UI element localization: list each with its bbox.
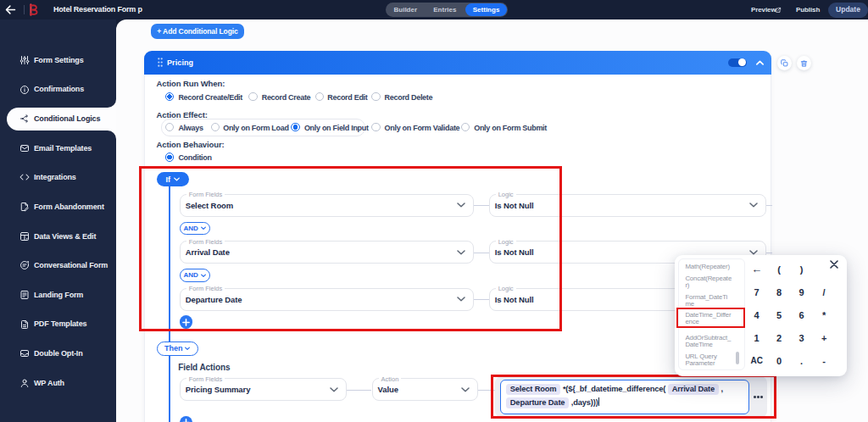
formula-text: *(${_bf_datetime_difference(: [560, 385, 667, 393]
function-item[interactable]: URL Query Parameter: [685, 353, 716, 366]
function-item[interactable]: AddOrSubtract_ DateTime: [685, 335, 731, 347]
radio-only-on-form-validate[interactable]: [371, 123, 381, 132]
radio-record-delete[interactable]: [371, 92, 381, 102]
sidebar-item-form-abandonment[interactable]: Form Abandonment: [0, 192, 116, 222]
sidebar-item-form-settings[interactable]: Form Settings: [0, 46, 116, 75]
radio-label[interactable]: Record Edit: [327, 93, 367, 102]
and-pill[interactable]: AND: [180, 269, 210, 282]
collapse-chevron-icon[interactable]: [756, 60, 764, 65]
sidebar-item-email-templates[interactable]: Email Templates: [0, 134, 116, 164]
key-7[interactable]: 7: [745, 280, 768, 303]
key-close-paren[interactable]: ): [790, 258, 813, 280]
radio-label[interactable]: Only on Form Validate: [385, 124, 460, 132]
radio-label[interactable]: Only on Form Submit: [474, 124, 547, 132]
chat-bubble-icon: [19, 260, 30, 270]
key-dot[interactable]: .: [790, 349, 813, 372]
key-8[interactable]: 8: [768, 280, 791, 303]
radio-label[interactable]: Only on Form Load: [223, 124, 288, 132]
delete-logic-button[interactable]: [797, 56, 811, 70]
sidebar-item-confirmations[interactable]: Confirmations: [0, 75, 116, 104]
key-9[interactable]: 9: [790, 280, 813, 303]
key-multiply[interactable]: *: [813, 303, 836, 326]
sidebar-item-label: Email Templates: [34, 134, 92, 164]
formula-line-2: Departure Date ,days))): [506, 396, 744, 410]
duplicate-logic-button[interactable]: [777, 56, 792, 70]
drag-handle-icon[interactable]: [158, 58, 163, 67]
scrollbar-thumb[interactable]: [736, 352, 739, 364]
condition-logic-dropdown[interactable]: Logic Is Not Null: [489, 194, 767, 217]
action-type-dropdown[interactable]: Action Value: [372, 378, 479, 401]
if-pill[interactable]: If: [157, 172, 189, 186]
radio-label[interactable]: Record Create/Edit: [178, 93, 242, 102]
sidebar-item-label: Data Views & Edit: [34, 222, 96, 252]
key-divide[interactable]: /: [813, 280, 836, 303]
value-formula-input[interactable]: Select Room *(${_bf_datetime_difference(…: [500, 380, 750, 415]
logic-enabled-toggle[interactable]: [728, 58, 747, 68]
key-clear[interactable]: AC: [745, 349, 768, 372]
radio-label[interactable]: Always: [178, 124, 203, 132]
publish-link[interactable]: Publish: [796, 0, 820, 19]
function-item-datetime-difference[interactable]: DateTime_Differ ence: [685, 312, 731, 325]
function-item[interactable]: Concat(Repeate r): [685, 275, 732, 288]
and-pill[interactable]: AND: [180, 222, 210, 236]
row-connector: [474, 299, 489, 300]
radio-condition[interactable]: [165, 153, 175, 162]
key-2[interactable]: 2: [768, 326, 791, 349]
radio-label[interactable]: Record Delete: [385, 93, 433, 102]
action-field-dropdown[interactable]: Form Fields Pricing Summary: [180, 378, 348, 401]
key-0[interactable]: 0: [768, 349, 791, 372]
if-pill-label: If: [165, 175, 170, 184]
top-bar: Hotel Reservation Form p Builder Entries…: [0, 0, 868, 19]
key-open-paren[interactable]: (: [768, 258, 791, 280]
radio-label[interactable]: Only on Field Input: [304, 124, 369, 132]
sidebar-item-wp-auth[interactable]: WP Auth: [0, 369, 116, 398]
builder-tabs: Builder Entries Settings: [386, 3, 508, 18]
radio-label[interactable]: Condition: [178, 153, 211, 162]
radio-record-create[interactable]: [248, 92, 258, 102]
sidebar-item-landing-form[interactable]: Landing Form: [0, 280, 116, 310]
key-backspace[interactable]: ←: [745, 258, 768, 280]
sidebar-item-pdf-templates[interactable]: PDF Templates: [0, 309, 116, 339]
key-1[interactable]: 1: [745, 326, 768, 349]
sidebar-item-label: Confirmations: [34, 75, 84, 104]
key-5[interactable]: 5: [768, 303, 791, 326]
envelope-icon: [19, 143, 30, 153]
more-options-button[interactable]: [748, 391, 770, 403]
sidebar-item-label: Form Settings: [34, 46, 84, 75]
key-minus[interactable]: -: [813, 349, 836, 372]
row-connector: [474, 253, 489, 253]
key-4[interactable]: 4: [745, 303, 768, 326]
condition-field-dropdown[interactable]: Form Fields Arrival Date: [180, 241, 474, 264]
toggle-knob: [738, 58, 746, 66]
function-item[interactable]: Format_DateTi me: [685, 294, 727, 307]
logic-panel-header[interactable]: [144, 51, 771, 75]
add-condition-button[interactable]: [180, 315, 193, 329]
sidebar-item-integrations[interactable]: Integrations: [0, 163, 116, 192]
key-6[interactable]: 6: [790, 303, 813, 326]
sidebar-item-conditional-logics[interactable]: Conditional Logics: [7, 108, 116, 130]
sidebar-item-data-views[interactable]: Data Views & Edit: [0, 222, 116, 252]
action-effect-label: Action Effect:: [157, 110, 208, 119]
sidebar-item-conversational-form[interactable]: Conversational Form: [0, 251, 116, 280]
inbox-icon: [19, 348, 30, 358]
dropdown-value: Departure Date: [186, 289, 242, 310]
condition-field-dropdown[interactable]: Form Fields Departure Date: [180, 288, 474, 311]
update-button[interactable]: Update: [828, 3, 868, 18]
key-plus[interactable]: +: [813, 326, 836, 349]
key-3[interactable]: 3: [790, 326, 813, 349]
tab-settings[interactable]: Settings: [465, 3, 507, 16]
preview-link[interactable]: Preview: [751, 0, 776, 19]
chevron-down-icon: [461, 387, 470, 392]
add-conditional-logic-button[interactable]: + Add Conditional Logic: [151, 24, 244, 39]
function-item[interactable]: Math(Repeater): [685, 264, 730, 270]
radio-label[interactable]: Record Create: [262, 93, 311, 102]
tab-builder[interactable]: Builder: [386, 3, 426, 18]
plus-icon: [182, 319, 190, 326]
tab-entries[interactable]: Entries: [426, 3, 465, 18]
back-button[interactable]: [4, 3, 17, 16]
radio-only-on-field-input[interactable]: [291, 123, 300, 132]
then-pill[interactable]: Then: [157, 341, 198, 356]
condition-field-dropdown[interactable]: Form Fields Select Room: [180, 194, 474, 217]
sidebar-item-double-opt-in[interactable]: Double Opt-In: [0, 339, 116, 369]
logic-name: Pricing: [167, 51, 193, 75]
